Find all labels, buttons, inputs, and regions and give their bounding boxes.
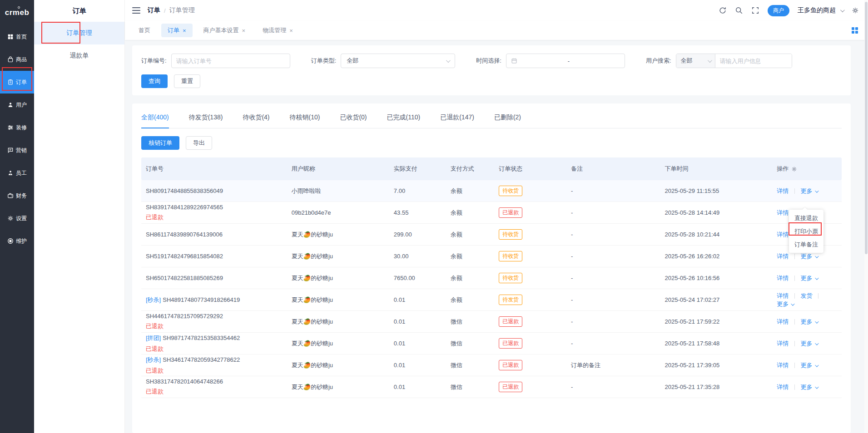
main-sidebar: crmeb 首页 商品 订单 用户 装修 营销 员工 <box>0 0 34 433</box>
order-no-input[interactable] <box>171 54 290 68</box>
nickname-cell: 09b21b0d4e7e <box>287 209 389 216</box>
user-search-group: 全部 <box>676 54 792 68</box>
user-search-type-select[interactable]: 全部 <box>676 54 715 68</box>
row-action-link[interactable]: 更多 <box>801 253 818 260</box>
filter-time: 时间选择: - <box>476 54 625 68</box>
tab-orders[interactable]: 订单 <box>161 24 193 37</box>
row-action-link[interactable]: 详情 <box>777 384 789 390</box>
row-action-link[interactable]: 详情 <box>777 318 789 325</box>
sidebar-item-orders[interactable]: 订单 <box>0 71 34 93</box>
status-cell: 已退款 <box>494 338 566 349</box>
order-type-select[interactable]: 全部 <box>341 54 455 68</box>
table-row: SH383174782014064748266 已退款 夏天🥭的砂糖ju 0.0… <box>141 376 842 398</box>
status-tab[interactable]: 已完成(110) <box>387 113 421 128</box>
dropdown-item-order-remark[interactable]: 订单备注 <box>789 238 823 251</box>
date-range-picker[interactable]: - <box>506 54 625 68</box>
row-action-link[interactable]: 更多 <box>801 318 818 325</box>
status-tab[interactable]: 全部(400) <box>141 113 169 128</box>
row-action-link[interactable]: 详情 <box>777 209 789 216</box>
pay-method-cell: 余额 <box>446 252 494 261</box>
sidebar-item-home[interactable]: 首页 <box>0 25 34 48</box>
order-no: SH809174848855838356049 <box>146 187 223 194</box>
status-tab[interactable]: 已收货(0) <box>340 113 367 128</box>
user-search-type-value: 全部 <box>681 57 693 65</box>
sidebar-item-maintenance[interactable]: 维护 <box>0 230 34 252</box>
collapse-menu-icon[interactable] <box>132 7 140 14</box>
row-action-link[interactable]: 发货 <box>801 292 813 299</box>
user-search-input[interactable] <box>715 54 792 68</box>
tab-merchant-settings[interactable]: 商户基本设置 <box>197 24 252 37</box>
export-button[interactable]: 导出 <box>186 136 212 150</box>
verify-order-button[interactable]: 核销订单 <box>141 136 179 150</box>
sidebar-item-decoration[interactable]: 装修 <box>0 116 34 139</box>
sidebar-item-products[interactable]: 商品 <box>0 48 34 71</box>
tab-home[interactable]: 首页 <box>132 24 157 37</box>
order-time-cell: 2025-05-29 11:15:55 <box>660 187 773 194</box>
status-tab[interactable]: 已退款(147) <box>440 113 474 128</box>
close-icon[interactable] <box>242 28 246 34</box>
row-action-link[interactable]: 详情 <box>777 231 789 238</box>
merchant-name[interactable]: 王多鱼的商超 <box>798 6 836 15</box>
order-table-panel: 全部(400) 待发货(138) 待收货(4) 待核销(10) 已收货(0) 已… <box>132 103 851 433</box>
orders-table: 订单号 用户昵称 实际支付 支付方式 订单状态 备注 下单时间 操作 <box>141 157 842 433</box>
paid-cell: 7650.00 <box>389 275 446 281</box>
search-button[interactable]: 查询 <box>141 74 168 88</box>
row-action-link[interactable]: 详情 <box>777 187 789 194</box>
sidebar-item-settings[interactable]: 设置 <box>0 207 34 230</box>
submenu-item-order-management[interactable]: 订单管理 <box>34 22 124 44</box>
merchant-role-badge[interactable]: 商户 <box>768 5 789 16</box>
row-action-link[interactable]: 详情 <box>777 340 789 347</box>
dropdown-item-direct-refund[interactable]: 直接退款 <box>789 212 823 225</box>
app-window: crmeb 首页 商品 订单 用户 装修 营销 员工 <box>0 0 868 433</box>
status-tab[interactable]: 已删除(2) <box>494 113 521 128</box>
status-badge: 待收货 <box>499 229 522 240</box>
row-action-link[interactable]: 更多 <box>801 187 818 194</box>
chevron-down-icon <box>446 58 451 63</box>
scrollbar-thumb[interactable] <box>865 2 868 254</box>
staff-icon <box>7 170 14 176</box>
row-action-link[interactable]: 更多 <box>801 340 818 347</box>
pay-method-cell: 微信 <box>446 383 494 391</box>
pay-method-cell: 余额 <box>446 231 494 239</box>
status-badge: 待收货 <box>499 186 522 196</box>
sidebar-item-users[interactable]: 用户 <box>0 93 34 116</box>
column-settings-gear-icon[interactable] <box>791 166 797 172</box>
row-action-link[interactable]: 更多 <box>801 384 818 390</box>
status-tab[interactable]: 待收货(4) <box>243 113 269 128</box>
settings-gear-icon[interactable] <box>852 7 859 14</box>
status-tab[interactable]: 待发货(138) <box>189 113 223 128</box>
status-tab[interactable]: 待核销(10) <box>290 113 320 128</box>
row-action-link[interactable]: 详情 <box>777 292 789 299</box>
submenu-item-refund-orders[interactable]: 退款单 <box>34 44 124 67</box>
fullscreen-icon[interactable] <box>751 6 759 15</box>
sidebar-item-marketing[interactable]: 营销 <box>0 139 34 162</box>
row-action-link[interactable]: 详情 <box>777 275 789 281</box>
refresh-icon[interactable] <box>719 6 727 15</box>
row-action-link[interactable]: 详情 <box>777 362 789 369</box>
dropdown-item-print-receipt[interactable]: 打印小票 <box>789 225 823 238</box>
table-row: [拼团]SH987174782153583354462 已退款 夏天🥭的砂糖ju… <box>141 333 842 354</box>
status-badge: 已退款 <box>499 382 522 392</box>
table-row: SH519174824796815854082 夏天🥭的砂糖ju 30.00 余… <box>141 246 842 267</box>
reset-button[interactable]: 重置 <box>174 74 200 88</box>
tab-list-grid-icon[interactable] <box>852 27 858 34</box>
row-action-link[interactable]: 详情 <box>777 253 789 260</box>
pay-method-cell: 余额 <box>446 187 494 195</box>
breadcrumb-separator: / <box>164 7 166 14</box>
tab-logistics[interactable]: 物流管理 <box>256 24 299 37</box>
sidebar-item-finance[interactable]: 财务 <box>0 184 34 207</box>
row-action-link[interactable]: 更多 <box>801 362 818 369</box>
col-header-order-no: 订单号 <box>141 165 287 173</box>
order-type-tag: [秒杀] <box>146 296 161 303</box>
close-icon[interactable] <box>289 28 293 34</box>
breadcrumb-section: 订单 <box>148 6 160 15</box>
sidebar-item-staff[interactable]: 员工 <box>0 162 34 184</box>
table-row: [秒杀]SH489174807734918266419 夏天🥭的砂糖ju 0.0… <box>141 289 842 311</box>
search-icon[interactable] <box>735 6 743 15</box>
row-action-link[interactable]: 更多 <box>777 300 794 307</box>
close-icon[interactable] <box>183 28 186 34</box>
chevron-down-icon[interactable] <box>840 8 845 12</box>
row-action-link[interactable]: 更多 <box>801 275 818 281</box>
status-cell: 已退款 <box>494 316 566 327</box>
paid-cell: 7.00 <box>389 187 446 194</box>
